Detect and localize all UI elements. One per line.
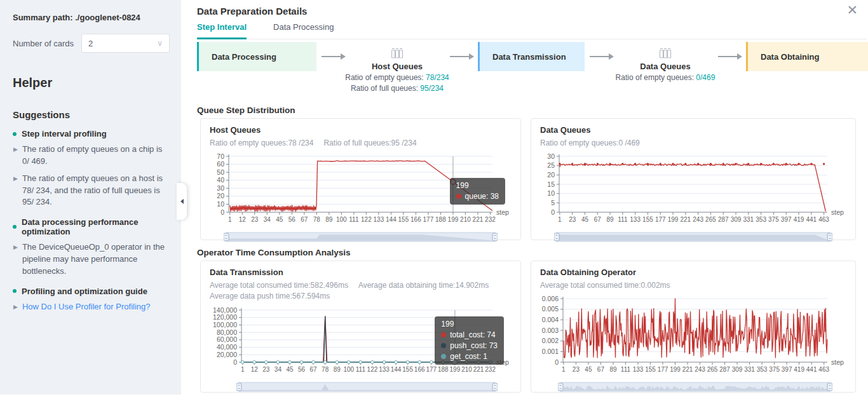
suggestion-text: How Do I Use Profiler for Profiling? bbox=[22, 301, 151, 313]
slider-silhouette bbox=[558, 235, 829, 241]
hover-point bbox=[452, 360, 458, 365]
y-tick-label: 0 bbox=[555, 358, 559, 366]
x-tick-label: 353 bbox=[756, 216, 766, 223]
card-subtitle-line: Average total consumed time:0.002ms bbox=[540, 280, 846, 291]
suggestion-text: The DeviceQueueOp_0 operator in the pipe… bbox=[22, 241, 170, 278]
series-line-queue[interactable] bbox=[560, 164, 825, 212]
data-obtaining-data-zoom-slider[interactable] bbox=[558, 381, 832, 393]
x-tick-label: 56 bbox=[288, 216, 296, 223]
x-tick-label: 100 bbox=[336, 216, 347, 223]
card-title: Data Obtaining Operator bbox=[540, 267, 846, 277]
x-tick-label: 188 bbox=[435, 216, 446, 223]
series-line-cost[interactable] bbox=[564, 299, 827, 358]
x-tick-label: 155 bbox=[402, 366, 413, 373]
slider-handle[interactable] bbox=[492, 233, 498, 241]
tab-data-processing[interactable]: Data Processing bbox=[273, 22, 334, 37]
x-tick-label: 441 bbox=[806, 216, 817, 223]
chart-data-transmission[interactable]: 020,00040,00060,00080,000100,000120,0001… bbox=[210, 305, 512, 393]
series-marker bbox=[571, 163, 573, 165]
series-marker bbox=[359, 360, 362, 363]
suggestions-title: Suggestions bbox=[13, 109, 170, 120]
card-subtitle-line: Ratio of empty queues:78 /234Ratio of fu… bbox=[210, 138, 512, 149]
x-tick-label: 122 bbox=[361, 216, 372, 223]
x-tick-label: 45 bbox=[286, 366, 294, 373]
x-tick-label: 309 bbox=[732, 366, 743, 373]
data-transmission-data-zoom-slider[interactable] bbox=[236, 381, 498, 393]
x-axis-name: step bbox=[831, 358, 844, 366]
x-tick-label: 166 bbox=[414, 366, 425, 373]
data-queues-card: Data QueuesRatio of empty queues:0 /4690… bbox=[531, 118, 856, 240]
series-marker bbox=[747, 163, 749, 165]
arrow-right-icon bbox=[585, 42, 618, 71]
slider-track[interactable] bbox=[239, 382, 495, 391]
x-tick-label: 155 bbox=[645, 366, 656, 373]
y-tick-label: 70 bbox=[217, 152, 224, 160]
close-icon[interactable]: ✕ bbox=[846, 3, 858, 17]
x-tick-label: 34 bbox=[264, 216, 271, 223]
tab-bar: Step IntervalData Processing bbox=[197, 21, 867, 39]
series-marker bbox=[477, 360, 480, 363]
x-tick-label: 1 bbox=[562, 366, 566, 373]
queue-bar bbox=[400, 50, 403, 58]
series-marker bbox=[810, 163, 812, 165]
suggestion-group: Data processing performance optimization… bbox=[13, 217, 170, 278]
chart-data-queues[interactable]: 0510152025301234567891111331551771992212… bbox=[540, 151, 846, 243]
x-tick-label: 210 bbox=[460, 216, 471, 223]
slider-handle[interactable] bbox=[554, 233, 559, 241]
series-marker bbox=[395, 360, 398, 363]
y-tick-label: 20 bbox=[217, 193, 224, 200]
series-marker bbox=[489, 360, 492, 363]
x-tick-label: 177 bbox=[655, 216, 666, 223]
data-obtaining-chart-canvas[interactable]: 00.0010.0020.0030.0040.0050.006123456789… bbox=[540, 294, 846, 375]
arrow-right-icon bbox=[445, 42, 478, 71]
series-marker bbox=[347, 360, 350, 363]
y-tick-label: 120,000 bbox=[213, 313, 237, 321]
x-tick-label: 45 bbox=[581, 216, 589, 223]
suggestion-group: Profiling and optimization guide▶How Do … bbox=[13, 287, 170, 313]
y-tick-label: 20,000 bbox=[217, 351, 237, 358]
slider-handle[interactable] bbox=[827, 233, 832, 241]
series-marker bbox=[584, 163, 586, 165]
x-tick-label: 463 bbox=[818, 366, 829, 373]
series-marker bbox=[276, 360, 280, 363]
arrow-right-icon bbox=[713, 42, 746, 71]
x-tick-label: 23 bbox=[573, 366, 580, 373]
number-of-cards-select[interactable]: 2 ∨ bbox=[81, 34, 170, 53]
card-subtitle-item: Average total consumed time:582.496ms bbox=[210, 281, 348, 290]
data-transmission-chart-canvas[interactable]: 020,00040,00060,00080,000100,000120,0001… bbox=[210, 305, 512, 375]
host-queues-chart-canvas[interactable]: 0102030405060701122334455667788910011112… bbox=[210, 151, 512, 225]
slider-handle[interactable] bbox=[492, 383, 498, 391]
chart-data-obtaining[interactable]: 00.0010.0020.0030.0040.0050.006123456789… bbox=[540, 294, 846, 393]
x-tick-label: 56 bbox=[298, 366, 306, 373]
x-tick-label: 89 bbox=[325, 216, 333, 223]
slider-handle[interactable] bbox=[558, 383, 563, 391]
x-tick-label: 155 bbox=[642, 216, 653, 223]
x-tick-label: 45 bbox=[276, 216, 283, 223]
series-marker bbox=[760, 163, 762, 165]
x-tick-label: 188 bbox=[438, 366, 449, 373]
queue-bar bbox=[664, 50, 667, 58]
card-title: Data Transmission bbox=[210, 267, 512, 277]
flow-stage-data-obtaining: Data Obtaining bbox=[746, 42, 868, 71]
suggestion-link-item[interactable]: ▶How Do I Use Profiler for Profiling? bbox=[13, 301, 170, 313]
host-queues-data-zoom-slider[interactable] bbox=[224, 231, 498, 243]
series-marker bbox=[559, 163, 560, 165]
card-subtitle-line: Average total consumed time:582.496msAve… bbox=[210, 280, 512, 291]
slider-handle[interactable] bbox=[236, 383, 241, 391]
y-tick-label: 0.001 bbox=[542, 348, 559, 355]
slider-handle[interactable] bbox=[827, 383, 832, 391]
suggestion-item: ▶The ratio of empty queues on a host is … bbox=[13, 173, 170, 209]
data-queues-chart-canvas[interactable]: 0510152025301234567891111331551771992212… bbox=[540, 151, 846, 225]
tab-step-interval[interactable]: Step Interval bbox=[197, 22, 247, 39]
queue-ratio: Ratio of empty queues: 0/469 bbox=[616, 73, 715, 82]
series-marker bbox=[634, 163, 636, 165]
x-tick-label: 177 bbox=[426, 366, 437, 373]
suggestion-group-label: Step interval profiling bbox=[22, 129, 107, 139]
queue-node-host-queues: Host QueuesRatio of empty queues: 78/234… bbox=[349, 47, 445, 93]
sidebar-collapse-handle[interactable] bbox=[177, 183, 187, 220]
card-subtitle-item: Ratio of empty queues:0 /469 bbox=[540, 139, 640, 147]
series-marker bbox=[300, 360, 303, 363]
data-queues-data-zoom-slider[interactable] bbox=[554, 231, 832, 243]
chart-host-queues[interactable]: 0102030405060701122334455667788910011112… bbox=[210, 151, 512, 243]
slider-handle[interactable] bbox=[224, 233, 229, 241]
